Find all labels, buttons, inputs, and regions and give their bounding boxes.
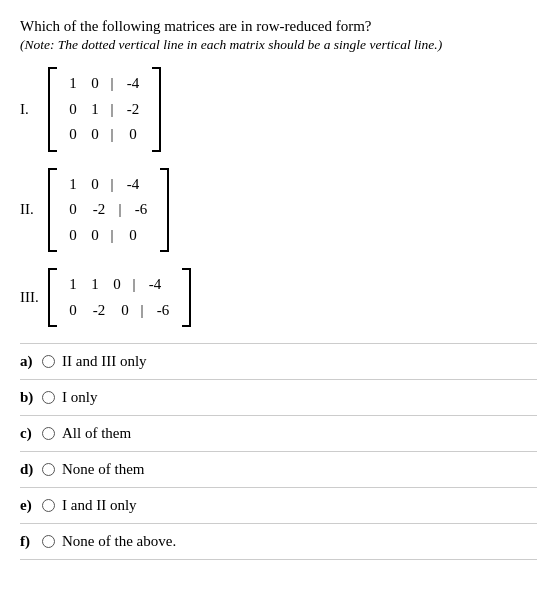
vbar: |: [106, 71, 118, 97]
matrix-II-bracket-left: [48, 168, 58, 253]
cell: -4: [118, 172, 148, 198]
vbar: |: [106, 122, 118, 148]
cell: -2: [118, 97, 148, 123]
matrix-II-wrapper: 1 0 | -4 0 -2 | -6 0 0 | 0: [48, 168, 170, 253]
answers-section: a) II and III only b) I only c) All of t…: [20, 343, 537, 560]
cell: -4: [118, 71, 148, 97]
vbar: |: [136, 298, 148, 324]
cell: 0: [62, 197, 84, 223]
matrix-II-row3: 0 0 | 0: [62, 223, 156, 249]
cell: 0: [62, 223, 84, 249]
cell: 0: [62, 298, 84, 324]
matrix-II-label: II.: [20, 201, 48, 218]
answer-c-label: c): [20, 425, 42, 442]
vbar: |: [106, 172, 118, 198]
cell: 0: [84, 172, 106, 198]
answer-item-e[interactable]: e) I and II only: [20, 487, 537, 523]
matrix-III-row: III. 1 1 0 | -4 0 -2 0 | -6: [20, 268, 537, 327]
matrix-III-bracket-right: [182, 268, 192, 327]
vbar: |: [106, 223, 118, 249]
answer-f-radio[interactable]: [42, 535, 55, 548]
matrix-II-row1: 1 0 | -4: [62, 172, 156, 198]
cell: -2: [84, 298, 114, 324]
matrix-II-bracket-right: [160, 168, 170, 253]
cell: 0: [84, 71, 106, 97]
cell: 1: [62, 272, 84, 298]
answer-d-text: None of them: [62, 461, 144, 478]
cell: 0: [62, 122, 84, 148]
cell: -4: [140, 272, 170, 298]
matrix-III-row1: 1 1 0 | -4: [62, 272, 178, 298]
answer-d-radio[interactable]: [42, 463, 55, 476]
cell: -6: [126, 197, 156, 223]
matrix-I-row3: 0 0 | 0: [62, 122, 148, 148]
answer-item-c[interactable]: c) All of them: [20, 415, 537, 451]
cell: -2: [84, 197, 114, 223]
vbar: |: [114, 197, 126, 223]
question-title: Which of the following matrices are in r…: [20, 18, 537, 35]
answer-c-text: All of them: [62, 425, 131, 442]
cell: 0: [118, 122, 148, 148]
cell: 0: [106, 272, 128, 298]
answer-f-text: None of the above.: [62, 533, 176, 550]
matrix-III-row2: 0 -2 0 | -6: [62, 298, 178, 324]
answer-b-label: b): [20, 389, 42, 406]
answer-a-label: a): [20, 353, 42, 370]
answer-a-text: II and III only: [62, 353, 147, 370]
answer-item-d[interactable]: d) None of them: [20, 451, 537, 487]
matrix-I-label: I.: [20, 101, 48, 118]
question-note: (Note: The dotted vertical line in each …: [20, 37, 537, 53]
matrix-III-inner: 1 1 0 | -4 0 -2 0 | -6: [58, 268, 182, 327]
matrix-III-wrapper: 1 1 0 | -4 0 -2 0 | -6: [48, 268, 192, 327]
answer-f-label: f): [20, 533, 42, 550]
cell: -6: [148, 298, 178, 324]
answer-item-a[interactable]: a) II and III only: [20, 343, 537, 379]
matrix-II-inner: 1 0 | -4 0 -2 | -6 0 0 | 0: [58, 168, 160, 253]
answer-b-text: I only: [62, 389, 97, 406]
answer-a-radio[interactable]: [42, 355, 55, 368]
answer-e-label: e): [20, 497, 42, 514]
answer-c-radio[interactable]: [42, 427, 55, 440]
matrix-I-bracket-left: [48, 67, 58, 152]
cell: 0: [114, 298, 136, 324]
answer-item-b[interactable]: b) I only: [20, 379, 537, 415]
answer-item-f[interactable]: f) None of the above.: [20, 523, 537, 560]
cell: 1: [84, 272, 106, 298]
matrix-I-row: I. 1 0 | -4 0 1 | -2 0 0 |: [20, 67, 537, 152]
cell: 0: [118, 223, 148, 249]
answer-e-text: I and II only: [62, 497, 137, 514]
matrix-I-inner: 1 0 | -4 0 1 | -2 0 0 | 0: [58, 67, 152, 152]
cell: 0: [84, 223, 106, 249]
vbar: |: [106, 97, 118, 123]
vbar: |: [128, 272, 140, 298]
cell: 0: [62, 97, 84, 123]
matrix-II-row2: 0 -2 | -6: [62, 197, 156, 223]
matrix-I-wrapper: 1 0 | -4 0 1 | -2 0 0 | 0: [48, 67, 162, 152]
matrices-section: I. 1 0 | -4 0 1 | -2 0 0 |: [20, 67, 537, 327]
matrix-III-bracket-left: [48, 268, 58, 327]
matrix-I-row2: 0 1 | -2: [62, 97, 148, 123]
cell: 1: [62, 172, 84, 198]
answer-b-radio[interactable]: [42, 391, 55, 404]
matrix-I-row1: 1 0 | -4: [62, 71, 148, 97]
matrix-III-label: III.: [20, 289, 48, 306]
matrix-I-bracket-right: [152, 67, 162, 152]
answer-d-label: d): [20, 461, 42, 478]
matrix-II-row: II. 1 0 | -4 0 -2 | -6 0 0: [20, 168, 537, 253]
cell: 0: [84, 122, 106, 148]
cell: 1: [84, 97, 106, 123]
answer-e-radio[interactable]: [42, 499, 55, 512]
cell: 1: [62, 71, 84, 97]
